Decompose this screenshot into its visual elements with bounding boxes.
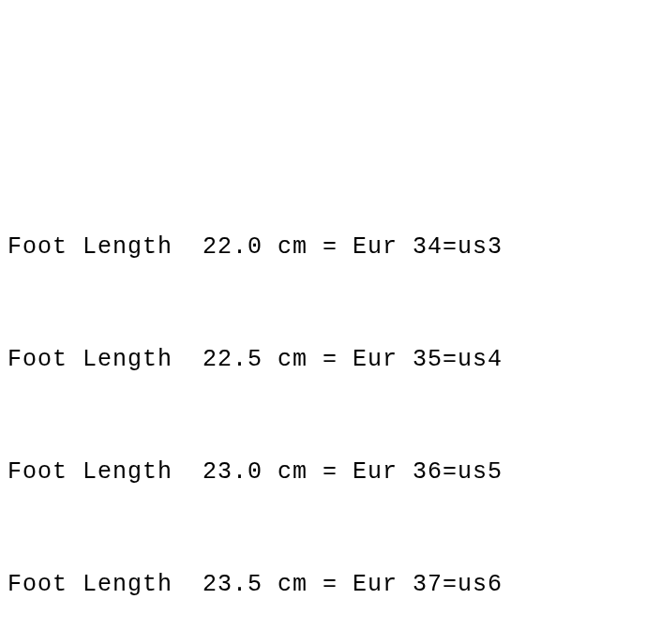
- table-row: Foot Length 22.5 cm = Eur 35=us4: [8, 341, 638, 379]
- table-row: Foot Length 23.5 cm = Eur 37=us6: [8, 566, 638, 604]
- shoe-size-table: Foot Length 22.0 cm = Eur 34=us3 Foot Le…: [8, 154, 638, 644]
- table-row: Foot Length 23.0 cm = Eur 36=us5: [8, 454, 638, 491]
- table-row: Foot Length 22.0 cm = Eur 34=us3: [8, 229, 638, 266]
